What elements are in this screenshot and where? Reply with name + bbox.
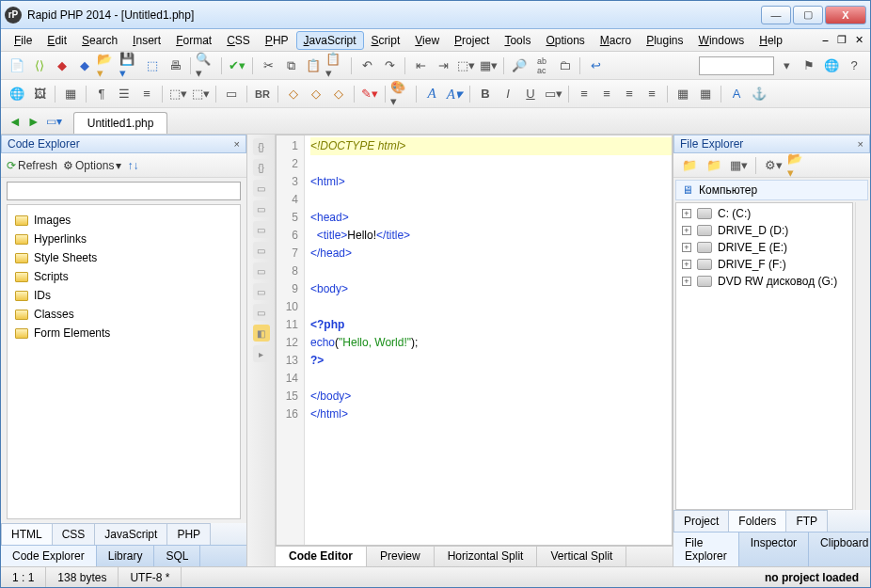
mdi-close[interactable]: ✕ — [853, 35, 864, 46]
br-icon[interactable]: BR — [252, 84, 273, 104]
nav-forward-icon[interactable]: ► — [27, 114, 40, 129]
menu-insert[interactable]: Insert — [125, 31, 168, 50]
paste-icon[interactable]: 📋 — [303, 56, 324, 76]
align-center-icon[interactable]: ≡ — [596, 84, 617, 104]
globe2-icon[interactable]: 🌐 — [7, 84, 27, 104]
tree-item[interactable]: Classes — [8, 305, 240, 324]
highlight-icon[interactable]: A — [726, 84, 747, 104]
ruler-icon[interactable]: ▭ — [253, 221, 270, 238]
new-file-icon[interactable]: 📄 — [7, 56, 27, 76]
menu-file[interactable]: File — [7, 31, 40, 50]
expand-icon[interactable]: + — [682, 226, 691, 235]
ruler-icon[interactable]: ▭ — [253, 200, 270, 217]
zoom-icon[interactable]: 🔍▾ — [196, 56, 216, 76]
save-all-icon[interactable]: ⬚ — [142, 56, 163, 76]
menu-script[interactable]: Script — [364, 31, 408, 50]
view-icon[interactable]: ▦▾ — [728, 155, 749, 176]
expand-icon[interactable]: + — [682, 209, 691, 218]
drive-item[interactable]: +DRIVE_D (D:) — [676, 222, 852, 239]
tag3-icon[interactable]: ◇ — [328, 84, 349, 104]
folder-refresh-icon[interactable]: 📁 — [704, 155, 724, 176]
para-icon[interactable]: ¶ — [91, 84, 112, 104]
indent-right-icon[interactable]: ⇥ — [433, 56, 453, 76]
search-field[interactable] — [699, 56, 774, 75]
menu-view[interactable]: View — [407, 31, 447, 50]
globe-icon[interactable]: 🌐 — [821, 56, 842, 76]
anchor-icon[interactable]: ⚓ — [749, 84, 769, 104]
tree-item[interactable]: Hyperlinks — [8, 230, 240, 248]
ruler-icon[interactable]: {} — [253, 159, 270, 176]
find-icon[interactable]: 🔎 — [509, 56, 530, 76]
code-area[interactable]: <!DOCTYPE html> <html> <head> <title>Hel… — [305, 135, 672, 545]
tree-item[interactable]: Style Sheets — [8, 248, 240, 267]
new-php-icon[interactable]: ◆ — [74, 56, 95, 76]
wrap-icon[interactable]: ⬚▾ — [455, 56, 476, 76]
sort-button[interactable]: ↑↓ — [127, 159, 138, 172]
expand-icon[interactable]: + — [682, 243, 691, 252]
ruler-icon[interactable]: ▭ — [253, 304, 270, 321]
strike-icon[interactable]: ▭▾ — [543, 84, 563, 104]
layout2-icon[interactable]: ▦ — [695, 84, 716, 104]
menu-javascript[interactable]: JavaScript — [296, 31, 364, 50]
menu-format[interactable]: Format — [168, 31, 219, 50]
save-icon[interactable]: 💾▾ — [119, 56, 140, 76]
new-css-icon[interactable]: ◆ — [52, 56, 72, 76]
code-editor[interactable]: 12345678910111213141516 <!DOCTYPE html> … — [276, 135, 673, 546]
bold-icon[interactable]: B — [475, 84, 496, 104]
open-folder-icon[interactable]: 📂▾ — [787, 155, 808, 176]
folder-up-icon[interactable]: 📁 — [679, 155, 700, 176]
clipboard-icon[interactable]: 📋▾ — [325, 56, 346, 76]
menu-options[interactable]: Options — [538, 31, 592, 50]
ruler-icon[interactable]: ▭ — [253, 180, 270, 197]
ruler-icon[interactable]: ▭ — [253, 242, 270, 259]
image-icon[interactable]: 🖼 — [29, 84, 50, 104]
refresh-button[interactable]: ⟳ Refresh — [7, 159, 57, 172]
brush-icon[interactable]: ✎▾ — [359, 84, 380, 104]
lang-tab-javascript[interactable]: JavaScript — [94, 523, 167, 545]
div-icon[interactable]: ▭ — [221, 84, 242, 104]
drive-item[interactable]: +C: (C:) — [676, 205, 852, 222]
editor-tab[interactable]: Code Editor — [276, 547, 367, 566]
menu-windows[interactable]: Windows — [691, 31, 752, 50]
print-icon[interactable]: 🖶 — [165, 56, 185, 76]
drive-item[interactable]: +DRIVE_F (F:) — [676, 256, 852, 273]
tree-item[interactable]: Scripts — [8, 267, 240, 286]
close-button[interactable]: X — [825, 6, 866, 24]
check-icon[interactable]: ✔▾ — [227, 56, 247, 76]
align-left-icon[interactable]: ≡ — [574, 84, 594, 104]
left-tab[interactable]: Library — [97, 546, 155, 566]
options-button[interactable]: ⚙ Options ▾ — [63, 159, 121, 172]
tag1-icon[interactable]: ◇ — [283, 84, 304, 104]
close-panel-icon[interactable]: × — [234, 138, 240, 150]
help-icon[interactable]: ? — [844, 56, 864, 76]
menu-search[interactable]: Search — [74, 31, 125, 50]
drive-item[interactable]: +DVD RW дисковод (G:) — [676, 273, 852, 290]
undo-icon[interactable]: ↶ — [356, 56, 377, 76]
font-a-icon[interactable]: A — [421, 84, 442, 104]
editor-tab[interactable]: Preview — [367, 547, 435, 566]
left-tab[interactable]: SQL — [154, 546, 200, 566]
ruler-icon[interactable]: {} — [253, 138, 270, 155]
tree-item[interactable]: Form Elements — [8, 324, 240, 342]
grid-icon[interactable]: ▦▾ — [478, 56, 499, 76]
align-right-icon[interactable]: ≡ — [619, 84, 640, 104]
run-icon[interactable]: ▾ — [776, 56, 797, 76]
ruler-icon[interactable]: ▭ — [253, 283, 270, 300]
cut-icon[interactable]: ✂ — [258, 56, 278, 76]
editor-tab[interactable]: Vertical Split — [537, 547, 626, 566]
menu-edit[interactable]: Edit — [40, 31, 74, 50]
nav-back-icon[interactable]: ◄ — [8, 114, 22, 129]
gear-icon[interactable]: ⚙▾ — [763, 155, 784, 176]
indent-left-icon[interactable]: ⇤ — [410, 56, 431, 76]
nav-drive-icon[interactable]: ▭▾ — [46, 115, 62, 128]
font-a2-icon[interactable]: A▾ — [444, 84, 465, 104]
list-ul-icon[interactable]: ☰ — [114, 84, 135, 104]
italic-icon[interactable]: I — [498, 84, 518, 104]
editor-tab[interactable]: Horizontal Split — [435, 547, 538, 566]
menu-tools[interactable]: Tools — [497, 31, 538, 50]
align-justify-icon[interactable]: ≡ — [641, 84, 662, 104]
expand-icon[interactable]: + — [682, 277, 691, 286]
color-icon[interactable]: 🎨▾ — [390, 84, 411, 104]
code-explorer-search[interactable] — [7, 182, 241, 200]
h-icon[interactable]: ⬚▾ — [167, 84, 188, 104]
